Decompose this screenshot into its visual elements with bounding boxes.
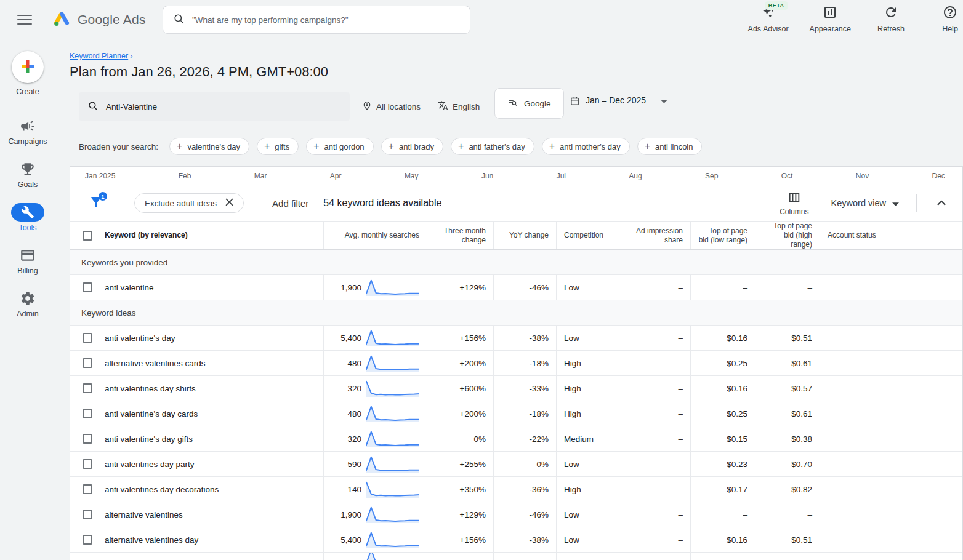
col-header-bid-high[interactable]: Top of page bid (high range) — [763, 222, 812, 249]
sidebar-item-label: Tools — [18, 223, 36, 232]
location-selector[interactable]: All locations — [362, 101, 421, 113]
filter-chip-label: Exclude adult ideas — [145, 199, 217, 208]
broaden-chip-anti-lincoln[interactable]: +anti lincoln — [637, 138, 703, 155]
columns-button[interactable]: Columns — [780, 191, 808, 216]
avg-searches-cell: 140 — [331, 485, 361, 494]
filter-chip-exclude-adult-ideas[interactable]: Exclude adult ideas — [134, 193, 244, 213]
chip-label: anti father's day — [469, 142, 525, 151]
table-body: Keywords you providedanti valentine1,900… — [70, 250, 962, 560]
ad-impression-share-cell: – — [632, 359, 683, 368]
keyword-cell: anti valentine's day cards — [105, 409, 198, 418]
three-month-change-cell: +350% — [435, 485, 486, 494]
sidebar-item-tools[interactable]: Tools — [11, 203, 44, 232]
date-range-selector[interactable]: Jan – Dec 2025 — [570, 94, 672, 111]
broaden-chip-anti-father-s-day[interactable]: +anti father's day — [451, 138, 534, 155]
keyword-view-label: Keyword view — [831, 198, 886, 208]
trophy-icon — [11, 160, 44, 178]
topbar-action-refresh[interactable]: Refresh — [872, 5, 910, 33]
competition-cell: Medium — [564, 434, 594, 444]
row-checkbox[interactable] — [83, 383, 92, 393]
row-checkbox[interactable] — [83, 358, 92, 368]
breadcrumb: Keyword Planner› — [70, 52, 963, 60]
broaden-chip-valentine-s-day[interactable]: +valentine's day — [169, 138, 249, 155]
beta-badge: BETA — [765, 1, 788, 10]
network-selector[interactable]: Google — [494, 88, 564, 119]
col-header-ad-impression[interactable]: Ad impression share — [632, 226, 683, 245]
page-title: Plan from Jan 26, 2026, 4 PM, GMT+08:00 — [70, 64, 963, 80]
col-header-competition[interactable]: Competition — [564, 231, 603, 240]
sidebar-item-billing[interactable]: Billing — [11, 246, 44, 275]
col-header-three-month[interactable]: Three month change — [435, 226, 486, 245]
broaden-chip-anti-gordon[interactable]: +anti gordon — [306, 138, 373, 155]
bid-low-cell: $0.16 — [698, 384, 747, 393]
tools-icon — [11, 203, 44, 222]
row-checkbox[interactable] — [83, 484, 92, 494]
breadcrumb-link-keyword-planner[interactable]: Keyword Planner — [70, 52, 128, 60]
topbar-action-appearance[interactable]: Appearance — [810, 5, 851, 33]
row-checkbox[interactable] — [83, 434, 92, 444]
bid-high-cell: – — [763, 510, 812, 519]
broaden-search-bar: Broaden your search: +valentine's day+gi… — [79, 138, 963, 155]
bid-high-cell: $0.70 — [763, 460, 812, 469]
language-selector[interactable]: English — [438, 100, 480, 113]
broaden-chip-gifts[interactable]: +gifts — [257, 138, 299, 155]
plus-icon: + — [549, 142, 555, 151]
avg-searches-cell: 5,400 — [331, 334, 361, 343]
search-icon — [173, 13, 185, 27]
timeline-month: Sep — [705, 172, 718, 180]
chip-label: valentine's day — [187, 142, 240, 151]
select-all-checkbox[interactable] — [83, 231, 92, 241]
plus-icon — [20, 59, 35, 76]
topbar-action-help[interactable]: Help — [931, 5, 963, 33]
col-header-avg-searches[interactable]: Avg. monthly searches — [345, 231, 419, 240]
col-header-yoy[interactable]: YoY change — [509, 231, 549, 240]
sidebar-item-campaigns[interactable]: Campaigns — [8, 117, 47, 146]
competition-cell: Low — [564, 283, 579, 292]
add-filter-button[interactable]: Add filter — [272, 198, 308, 209]
keyword-cell: alternative valentines day — [105, 535, 198, 545]
broaden-chip-anti-brady[interactable]: +anti brady — [381, 138, 443, 155]
timeline-month: Dec — [932, 172, 945, 180]
timeline-month: Jun — [482, 172, 493, 180]
col-header-keyword[interactable]: Keyword (by relevance) — [105, 231, 188, 240]
create-button[interactable] — [12, 51, 44, 83]
search-trend-sparkline — [366, 505, 419, 524]
yoy-change-cell: -38% — [501, 334, 549, 343]
topbar-action-ads-advisor[interactable]: Ads AdvisorBETA — [748, 5, 789, 33]
timeline-month: Nov — [856, 172, 869, 180]
col-header-bid-low[interactable]: Top of page bid (low range) — [698, 226, 747, 245]
broaden-chip-anti-mother-s-day[interactable]: +anti mother's day — [542, 138, 630, 155]
keyword-search-input[interactable]: Anti-Valentine — [79, 92, 350, 121]
col-header-account-status[interactable]: Account status — [828, 231, 876, 240]
keyword-view-dropdown[interactable]: Keyword view — [831, 198, 899, 208]
topbar-actions: Ads AdvisorBETAAppearanceRefreshHelp — [748, 5, 963, 33]
bid-high-cell: $0.51 — [763, 334, 812, 343]
plus-icon: + — [313, 142, 319, 151]
global-search-input[interactable]: "What are my top performing campaigns?" — [163, 6, 470, 34]
avg-searches-cell: 590 — [331, 460, 361, 469]
filter-funnel-icon[interactable]: 1 — [89, 194, 106, 212]
row-checkbox[interactable] — [83, 282, 92, 292]
ideas-count: 54 keyword ideas available — [323, 198, 441, 209]
sidebar-item-admin[interactable]: Admin — [11, 289, 44, 318]
menu-icon[interactable] — [17, 12, 32, 27]
row-checkbox[interactable] — [83, 409, 92, 418]
sidebar-item-goals[interactable]: Goals — [11, 160, 44, 189]
competition-cell: High — [564, 384, 581, 393]
avg-searches-cell: 480 — [331, 409, 361, 418]
keyword-cell: anti valentine's day gifts — [105, 434, 193, 444]
bid-low-cell: $0.25 — [698, 409, 747, 418]
table-row: alternative valentines cards480+200%-18%… — [70, 351, 962, 376]
ad-impression-share-cell: – — [632, 283, 683, 292]
competition-cell: Low — [564, 460, 579, 469]
row-checkbox[interactable] — [83, 535, 92, 545]
row-checkbox[interactable] — [83, 333, 92, 343]
row-checkbox[interactable] — [83, 510, 92, 519]
timeline-month: Aug — [629, 172, 642, 180]
three-month-change-cell: +156% — [435, 334, 486, 343]
close-icon[interactable] — [225, 198, 233, 208]
yoy-change-cell: -18% — [501, 409, 549, 418]
table-row: anti valentine's day gifts3200%-22%Mediu… — [70, 426, 962, 452]
collapse-chart-button[interactable] — [930, 192, 953, 214]
row-checkbox[interactable] — [83, 459, 92, 469]
